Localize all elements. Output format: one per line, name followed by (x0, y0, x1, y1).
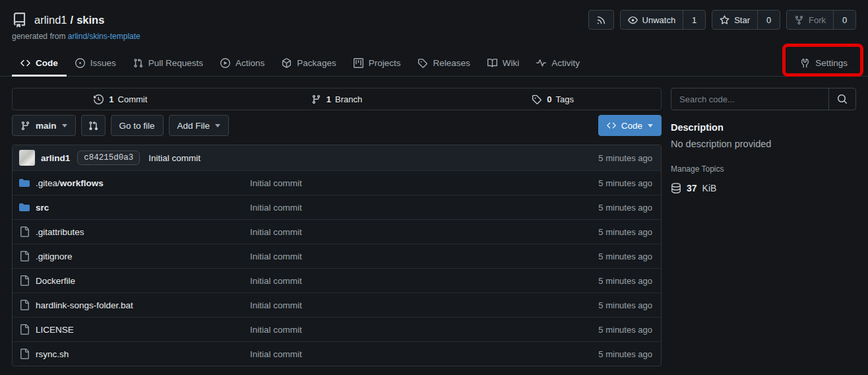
tab-issues[interactable]: Issues (67, 50, 125, 76)
file-icon (19, 324, 30, 335)
pull-request-icon (133, 58, 143, 68)
search-input[interactable] (671, 88, 828, 110)
star-button[interactable]: Star (712, 11, 757, 29)
branches-stat[interactable]: 1 Branch (229, 88, 445, 110)
tab-pull-requests-label: Pull Requests (148, 58, 203, 68)
commits-stat[interactable]: 1 Commit (13, 88, 229, 110)
tab-releases-label: Releases (433, 58, 470, 68)
entry-link-src[interactable]: src (19, 202, 250, 213)
star-count[interactable]: 0 (757, 11, 780, 29)
entry-path-base: .gitignore (36, 252, 73, 261)
repo-icon (12, 13, 27, 28)
tab-settings[interactable]: Settings (791, 50, 856, 76)
entry-time: 5 minutes ago (598, 227, 652, 237)
code-toolbar: main Go to file Add File Code (12, 115, 662, 136)
chevron-down-icon (648, 124, 653, 127)
tab-wiki-label: Wiki (503, 58, 520, 68)
generated-from: generated from arlind/skins-template (12, 32, 856, 41)
entry-path-parent: .gitea/ (36, 178, 60, 188)
entry-time: 5 minutes ago (598, 325, 652, 335)
entry-path-base: LICENSE (36, 325, 74, 335)
tab-releases[interactable]: Releases (409, 50, 478, 76)
actions-icon (220, 58, 230, 68)
entry-commit-message[interactable]: Initial commit (250, 252, 598, 261)
template-repo-link[interactable]: arlind/skins-template (68, 32, 140, 41)
tab-actions-label: Actions (235, 58, 264, 68)
watch-count[interactable]: 1 (683, 11, 705, 29)
repo-size-value: 37 (687, 183, 697, 193)
entry-commit-message[interactable]: Initial commit (250, 227, 598, 237)
entry-commit-message[interactable]: Initial commit (250, 349, 598, 359)
tab-actions[interactable]: Actions (212, 50, 273, 76)
entry-commit-message[interactable]: Initial commit (250, 276, 598, 286)
add-file-button[interactable]: Add File (169, 115, 230, 136)
compare-button[interactable] (81, 115, 106, 136)
tab-activity-label: Activity (551, 58, 580, 68)
entry-commit-message[interactable]: Initial commit (250, 300, 598, 310)
fork-button[interactable]: Fork (787, 11, 833, 29)
repo-name-link[interactable]: skins (77, 14, 104, 26)
fork-icon (794, 15, 804, 25)
tab-projects[interactable]: Projects (345, 50, 410, 76)
tag-icon (532, 94, 542, 104)
avatar[interactable] (19, 150, 35, 166)
description-heading: Description (671, 122, 856, 133)
chevron-down-icon (62, 124, 67, 127)
releases-icon (418, 58, 427, 68)
fork-button-group: Fork 0 (786, 10, 856, 30)
entry-link-hardlink-songs-folder-bat[interactable]: hardlink-songs-folder.bat (19, 300, 250, 310)
tab-packages[interactable]: Packages (273, 50, 344, 76)
star-icon (720, 15, 729, 25)
repo-action-buttons: Unwatch 1 Star 0 Fork (588, 10, 856, 30)
code-icon (20, 58, 30, 68)
tab-wiki[interactable]: Wiki (479, 50, 528, 76)
unwatch-button[interactable]: Unwatch (621, 11, 683, 29)
tags-stat[interactable]: 0 Tags (445, 88, 661, 110)
issues-icon (75, 58, 85, 68)
table-row: hardlink-songs-folder.bat Initial commit… (13, 292, 661, 317)
activity-icon (536, 58, 546, 68)
repo-separator: / (71, 14, 74, 26)
repo-owner-link[interactable]: arlind1 (34, 14, 67, 26)
entry-time: 5 minutes ago (598, 178, 652, 188)
file-icon (19, 251, 30, 261)
table-row: .gitea/workflows Initial commit 5 minute… (13, 170, 661, 195)
code-download-button[interactable]: Code (598, 115, 662, 136)
eye-icon (628, 15, 638, 25)
entry-path-base: src (36, 203, 49, 213)
entry-link-gitea-workflows[interactable]: .gitea/workflows (19, 178, 250, 188)
fork-count[interactable]: 0 (833, 11, 855, 29)
entry-commit-message[interactable]: Initial commit (250, 178, 598, 188)
commit-time: 5 minutes ago (598, 153, 652, 163)
tab-activity[interactable]: Activity (528, 50, 588, 76)
manage-topics-link[interactable]: Manage Topics (671, 164, 724, 174)
entry-link-gitignore[interactable]: .gitignore (19, 251, 250, 261)
file-icon (19, 300, 30, 310)
commit-hash-link[interactable]: c84215d0a3 (77, 151, 140, 165)
goto-file-button[interactable]: Go to file (111, 115, 164, 136)
entry-commit-message[interactable]: Initial commit (250, 325, 598, 335)
entry-link-gitattributes[interactable]: .gitattributes (19, 226, 250, 237)
entry-link-rsync-sh[interactable]: rsync.sh (19, 349, 250, 359)
commit-author-link[interactable]: arlind1 (41, 153, 70, 163)
commit-message-link[interactable]: Initial commit (148, 153, 201, 163)
tab-pull-requests[interactable]: Pull Requests (125, 50, 212, 76)
generated-from-label: generated from (12, 32, 65, 41)
code-icon (607, 121, 616, 130)
rss-button[interactable] (588, 10, 614, 30)
search-button[interactable] (828, 88, 855, 110)
packages-icon (282, 58, 292, 68)
entry-commit-message[interactable]: Initial commit (250, 203, 598, 213)
repo-tabbar: Code Issues Pull Requests Actions Packag… (0, 50, 868, 77)
folder-icon (19, 178, 30, 188)
watch-button-group: Unwatch 1 (620, 10, 706, 30)
entry-link-license[interactable]: LICENSE (19, 324, 250, 335)
entry-link-dockerfile[interactable]: Dockerfile (19, 275, 250, 286)
commit-count: 1 (109, 94, 113, 104)
table-row: Dockerfile Initial commit 5 minutes ago (13, 268, 661, 292)
repo-size: 37 KiB (671, 183, 856, 193)
entry-time: 5 minutes ago (598, 276, 652, 286)
branch-selector[interactable]: main (12, 115, 76, 136)
star-button-group: Star 0 (712, 10, 780, 30)
tab-code[interactable]: Code (12, 50, 67, 76)
